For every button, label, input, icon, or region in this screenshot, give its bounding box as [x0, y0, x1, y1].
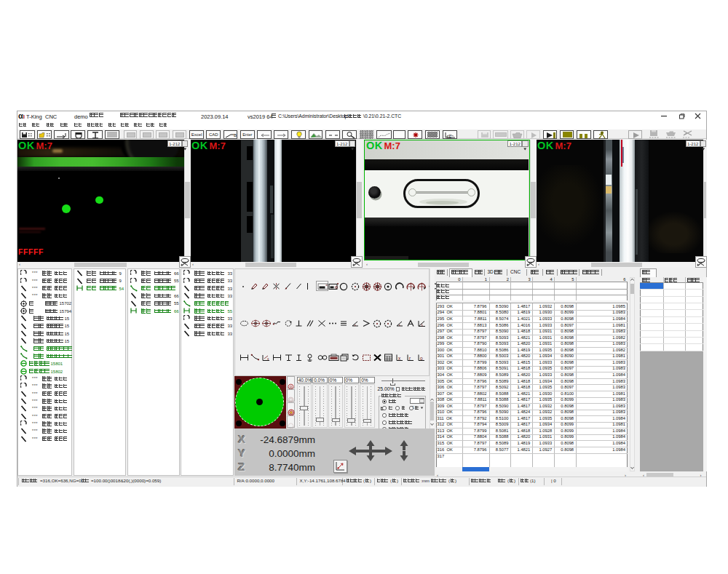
svg-text:o: o: [420, 355, 423, 360]
svg-text:LE: LE: [447, 134, 452, 138]
svg-text:x: x: [398, 355, 401, 360]
svg-text:B: B: [234, 133, 237, 137]
svg-text:r: r: [409, 355, 411, 360]
